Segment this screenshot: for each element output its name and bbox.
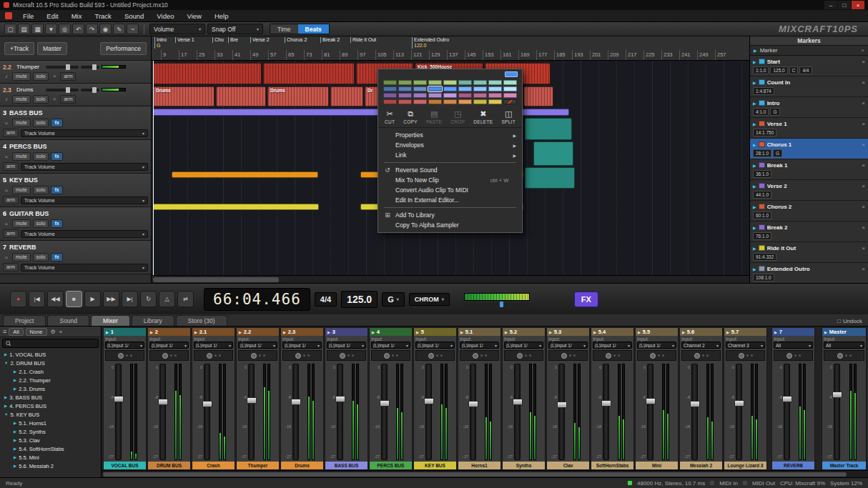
marker-row[interactable]: ▶ Intro × 4:1.0 G [750, 97, 868, 118]
color-swatch[interactable] [458, 80, 472, 85]
audio-track-header[interactable]: 2.3 Drums ♪ mute solo ≈ arm [0, 84, 151, 106]
channel-controls[interactable] [327, 350, 366, 361]
channel-name[interactable]: REVERB [772, 462, 814, 469]
color-swatch[interactable] [488, 80, 502, 85]
mixer-channel-strip[interactable]: ▶ 2.2 Input: (L)Input 1/▾ 0-8-18-27 [236, 327, 280, 470]
expand-arrow-icon[interactable]: ▶ [4, 404, 7, 408]
audio-clip[interactable] [153, 204, 319, 210]
collapse-strip-icon[interactable]: ▶ [327, 330, 330, 334]
mixer-channel-strip[interactable]: ▶ 5.6 Input: Channel 2▾ 0-8-18-27 [679, 327, 723, 470]
input-selector[interactable]: All▾ [774, 342, 813, 349]
add-track-button[interactable]: +Track [4, 42, 34, 55]
solo-button[interactable]: solo [33, 95, 49, 104]
color-swatch[interactable] [428, 99, 442, 104]
mixer-channel-strip[interactable]: ▶ 2 Input: (L)Input 1/▾ 0-8-18-27 [147, 327, 191, 470]
pan-knob[interactable] [162, 353, 168, 359]
color-swatch[interactable] [443, 80, 457, 85]
audio-clip[interactable]: Drums [153, 86, 214, 106]
mixer-channel-strip[interactable]: ▶ 5.3 Input: (L)Input 1/▾ 0-8-18-27 [546, 327, 590, 470]
color-swatch[interactable] [458, 86, 472, 91]
pan-knob[interactable] [384, 353, 390, 359]
input-selector[interactable]: (L)Input 1/▾ [282, 342, 322, 349]
context-menu-item[interactable]: Convert Audio Clip To MIDI ▶ [378, 185, 522, 195]
channel-name[interactable]: DRUM BUS [148, 462, 190, 469]
color-swatch[interactable] [488, 99, 502, 104]
marker-row[interactable]: ▶ Count In × 1:4.874 [750, 76, 868, 97]
marker-play-icon[interactable]: ▶ [753, 163, 756, 168]
midi-out-label[interactable]: MIDI Out [752, 480, 775, 487]
marker-color-chip[interactable] [759, 100, 765, 106]
beats-mode-button[interactable]: Beats [298, 24, 329, 34]
marker-row[interactable]: ▶ Break 1 × 36:1.0 [750, 159, 868, 180]
marker-play-icon[interactable]: ▶ [753, 101, 756, 106]
arm-button[interactable]: arm [3, 196, 19, 204]
channel-controls[interactable] [824, 350, 864, 361]
channel-name[interactable]: VOCAL BUS [104, 462, 146, 469]
channel-controls[interactable] [593, 350, 632, 361]
marker-play-icon[interactable]: ▶ [753, 121, 756, 126]
input-selector[interactable]: Channel 3▾ [726, 342, 765, 349]
expand-arrow-icon[interactable]: ▶ [14, 438, 16, 442]
mixer-channel-strip[interactable]: ▶ Master Input: All▾ 0-8-18-27 [822, 327, 867, 470]
context-menu-item[interactable]: ↺ Reverse Sound ▶ [378, 165, 522, 175]
context-menu-item[interactable]: ⊞ Add To Library ▶ [378, 210, 522, 220]
punch-button[interactable]: ⇄ [177, 291, 194, 307]
time-mode-button[interactable]: Time [270, 24, 298, 34]
input-selector[interactable]: (L)Input 1/▾ [637, 342, 676, 349]
mixer-channel-strip[interactable]: ▶ 2.1 Input: (L)Input 1/▾ 0-8-18-27 [192, 327, 235, 470]
mixer-tree-item[interactable]: ▶ 4. PERCS BUS [0, 402, 101, 410]
channel-controls[interactable] [149, 350, 189, 361]
context-menu-item[interactable]: ▶ [384, 162, 516, 163]
mute-button[interactable]: mute [12, 72, 31, 81]
input-selector[interactable]: (L)Input 1/▾ [593, 342, 632, 349]
menu-item[interactable]: Sound [118, 11, 150, 21]
menu-item[interactable]: File [16, 11, 40, 21]
mixer-tree-item[interactable]: ▼ 2. DRUM BUS [0, 359, 101, 367]
pan-knob[interactable] [428, 353, 434, 359]
timeline-marker[interactable]: IntroG [154, 37, 167, 49]
input-selector[interactable]: (L)Input 1/▾ [548, 342, 588, 349]
menu-item[interactable]: Video [150, 11, 180, 21]
mixer-scrollbar[interactable] [102, 470, 868, 477]
audio-clip[interactable] [533, 141, 573, 166]
mixer-tree-item[interactable]: ▶ 5.1. Horns1 [0, 419, 101, 427]
color-swatch[interactable] [473, 93, 487, 98]
timeline-marker[interactable]: Chorus 2 [285, 37, 307, 43]
fx-button[interactable]: FX [574, 292, 598, 307]
channel-controls[interactable] [105, 350, 144, 361]
pan-knob[interactable] [295, 353, 301, 359]
go-to-end-button[interactable]: ▶| [122, 291, 138, 307]
marker-color-chip[interactable] [759, 266, 765, 272]
mixer-channel-strip[interactable]: ▶ 5.2 Input: (L)Input 1/▾ 0-8-18-27 [502, 327, 546, 470]
collapse-strip-icon[interactable]: ▶ [372, 330, 375, 334]
track-pan-slider[interactable] [81, 66, 99, 69]
fx-button[interactable]: fx [51, 186, 62, 194]
volume-fader[interactable] [470, 364, 476, 460]
mute-button[interactable]: mute [12, 152, 31, 161]
collapse-strip-icon[interactable]: ▶ [682, 330, 685, 334]
audio-clip[interactable] [216, 86, 266, 106]
master-volume-slider[interactable] [464, 303, 530, 306]
timeline-marker[interactable]: Ride it Out [350, 37, 376, 43]
volume-fader[interactable] [784, 364, 790, 460]
channel-name[interactable]: Thumper [237, 462, 279, 469]
volume-fader[interactable] [514, 364, 521, 460]
volume-fader[interactable] [603, 364, 609, 460]
color-swatch[interactable] [443, 93, 457, 98]
marker-delete-button[interactable]: × [862, 79, 865, 86]
panel-tab[interactable]: Library [132, 315, 174, 326]
channel-controls[interactable] [548, 350, 588, 361]
pan-knob[interactable] [606, 353, 611, 359]
close-button[interactable]: × [852, 1, 864, 9]
minimize-button[interactable]: – [824, 1, 837, 9]
channel-name[interactable]: Master Track [822, 462, 866, 469]
expand-arrow-icon[interactable]: ▶ [14, 369, 16, 374]
color-swatch[interactable] [413, 80, 427, 85]
mix-down-button[interactable]: ▼ [45, 24, 57, 34]
collapse-strip-icon[interactable]: ▶ [150, 330, 153, 334]
timeline-marker[interactable]: Bre [228, 37, 238, 43]
input-selector[interactable]: (L)Input 1/▾ [194, 342, 233, 349]
channel-name[interactable]: PERCS BUS [370, 462, 412, 469]
volume-fader[interactable] [425, 364, 432, 460]
volume-fader[interactable] [381, 364, 388, 460]
